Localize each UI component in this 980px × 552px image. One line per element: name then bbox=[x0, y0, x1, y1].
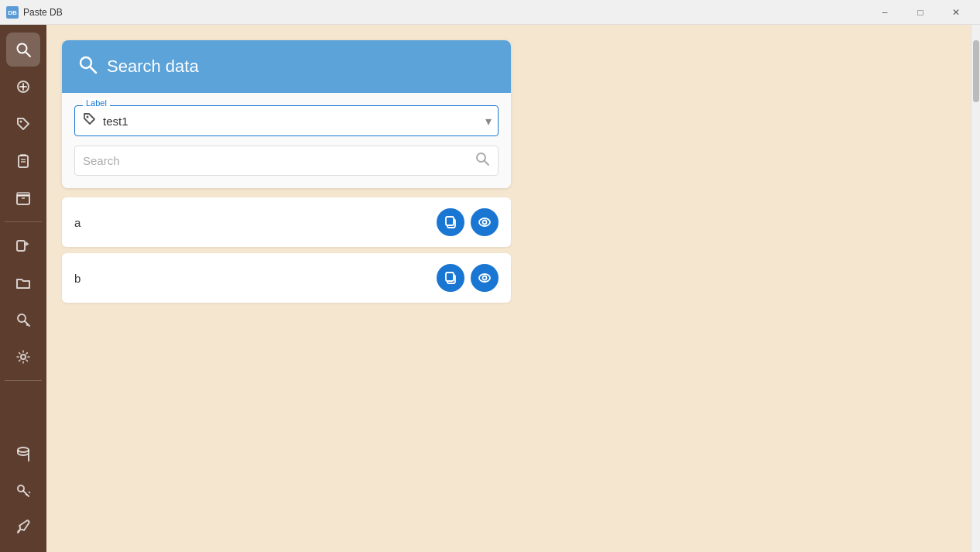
svg-point-24 bbox=[81, 57, 91, 68]
result-text-a: a bbox=[74, 216, 437, 229]
svg-rect-30 bbox=[446, 217, 454, 225]
copy-button-a[interactable] bbox=[437, 208, 464, 236]
svg-line-23 bbox=[29, 492, 30, 493]
label-field-label: Label bbox=[83, 98, 110, 108]
svg-line-3 bbox=[26, 52, 30, 57]
label-dropdown[interactable]: Label test1 ▾ bbox=[74, 105, 499, 136]
sidebar-item-tags[interactable] bbox=[6, 107, 40, 141]
tag-icon bbox=[83, 112, 97, 129]
sidebar bbox=[0, 25, 46, 552]
search-card-body: Label test1 ▾ bbox=[62, 93, 511, 188]
svg-point-7 bbox=[20, 121, 22, 123]
copy-button-b[interactable] bbox=[437, 264, 464, 292]
sidebar-divider-1 bbox=[5, 221, 42, 222]
close-button[interactable]: ✕ bbox=[938, 0, 974, 25]
scrollbar-thumb[interactable] bbox=[973, 40, 979, 102]
sidebar-item-archive[interactable] bbox=[6, 181, 40, 215]
svg-rect-11 bbox=[17, 195, 29, 204]
table-row: a bbox=[62, 197, 511, 247]
sidebar-item-db-error[interactable] bbox=[6, 436, 40, 470]
svg-line-25 bbox=[91, 67, 96, 73]
sidebar-item-send[interactable] bbox=[6, 228, 40, 262]
sidebar-item-keys[interactable] bbox=[6, 303, 40, 337]
scrollbar[interactable] bbox=[971, 25, 980, 552]
titlebar: DB Paste DB – □ ✕ bbox=[0, 0, 980, 25]
sidebar-item-search[interactable] bbox=[6, 33, 40, 67]
sidebar-item-clipboard[interactable] bbox=[6, 144, 40, 178]
search-card: Search data Label test1 ▾ bbox=[62, 40, 511, 188]
svg-point-18 bbox=[18, 447, 29, 452]
app-body: Search data Label test1 ▾ bbox=[0, 25, 980, 552]
search-input-wrapper bbox=[74, 146, 499, 176]
sidebar-item-folder[interactable] bbox=[6, 266, 40, 300]
svg-line-28 bbox=[485, 161, 488, 165]
sidebar-item-key-remove[interactable] bbox=[6, 473, 40, 507]
svg-text:DB: DB bbox=[8, 9, 17, 16]
svg-point-17 bbox=[21, 355, 26, 359]
result-actions-a bbox=[437, 208, 499, 236]
svg-point-32 bbox=[483, 221, 487, 225]
label-field-content: test1 bbox=[83, 112, 470, 129]
chevron-down-icon[interactable]: ▾ bbox=[485, 114, 492, 129]
app-icon: DB bbox=[6, 6, 19, 19]
search-header-icon bbox=[77, 54, 98, 79]
window-controls: – □ ✕ bbox=[867, 0, 974, 25]
sidebar-item-brush[interactable] bbox=[6, 510, 40, 544]
minimize-button[interactable]: – bbox=[867, 0, 903, 25]
result-actions-b bbox=[437, 264, 499, 292]
search-card-header: Search data bbox=[62, 40, 511, 93]
sidebar-divider-2 bbox=[5, 380, 42, 381]
label-value: test1 bbox=[103, 115, 470, 128]
svg-point-36 bbox=[483, 276, 487, 280]
svg-point-31 bbox=[479, 218, 490, 226]
sidebar-item-settings[interactable] bbox=[6, 340, 40, 374]
svg-point-35 bbox=[479, 274, 490, 282]
view-button-a[interactable] bbox=[471, 208, 499, 236]
sidebar-bottom bbox=[6, 434, 40, 546]
search-card-title: Search data bbox=[107, 57, 199, 77]
result-text-b: b bbox=[74, 272, 437, 285]
svg-point-26 bbox=[87, 116, 89, 118]
sidebar-item-add[interactable] bbox=[6, 70, 40, 104]
result-list: a b bbox=[62, 197, 955, 303]
svg-rect-14 bbox=[17, 241, 25, 251]
maximize-button[interactable]: □ bbox=[903, 0, 938, 25]
svg-rect-34 bbox=[446, 273, 454, 281]
content-area: Search data Label test1 ▾ bbox=[46, 25, 971, 552]
table-row: b bbox=[62, 253, 511, 303]
app-title: Paste DB bbox=[23, 7, 867, 18]
search-input-icon bbox=[475, 151, 490, 170]
view-button-b[interactable] bbox=[471, 264, 499, 292]
search-input[interactable] bbox=[83, 154, 468, 167]
